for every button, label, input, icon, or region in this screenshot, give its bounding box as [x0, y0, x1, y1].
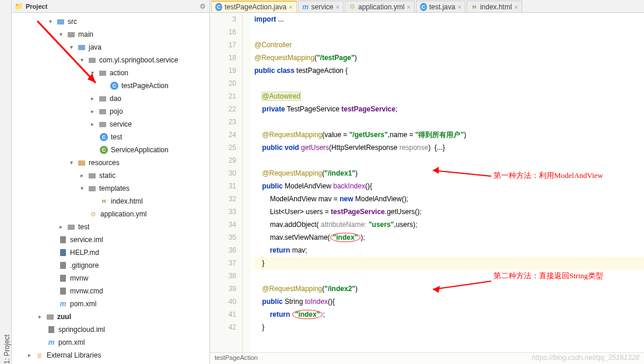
editor-tabs: CtestPageAction.java× mservice× ⚙applica… [210, 0, 644, 13]
tree-static[interactable]: ▸static [13, 169, 208, 182]
tree-templates[interactable]: ▾templates [13, 182, 208, 195]
html-icon: H [471, 4, 478, 10]
html-icon: H [99, 197, 108, 206]
tree-package[interactable]: ▾com.yl.springboot.service [13, 54, 208, 66]
svg-rect-0 [57, 19, 64, 24]
folder-icon [77, 158, 86, 167]
maven-icon: m [47, 338, 56, 347]
svg-rect-7 [99, 122, 106, 127]
svg-rect-6 [99, 109, 106, 114]
svg-rect-1 [68, 32, 75, 37]
tab-testpageaction[interactable]: CtestPageAction.java× [211, 1, 297, 12]
panel-header: 📁 Project ⚙ [12, 0, 209, 13]
folder-icon [98, 120, 107, 129]
svg-rect-10 [89, 186, 96, 191]
tree-scratches[interactable]: ▸Scratches and Consoles [13, 362, 208, 364]
class-icon: C [110, 81, 119, 90]
tree-action[interactable]: ▾action [13, 66, 208, 79]
editor-area: CtestPageAction.java× mservice× ⚙applica… [210, 0, 644, 364]
close-icon[interactable]: × [336, 4, 340, 10]
folder-icon [66, 222, 76, 232]
folder-icon [88, 171, 97, 180]
tree-indexhtml[interactable]: Hindex.html [13, 195, 208, 208]
folder-icon [66, 30, 76, 39]
svg-rect-3 [89, 58, 96, 63]
svg-rect-12 [60, 236, 66, 243]
tree-mvnwcmd[interactable]: mvnw.cmd [13, 285, 208, 298]
tree-extlib[interactable]: ▸⫼External Libraries [13, 349, 208, 362]
project-panel: 📁 Project ⚙ ▾src ▾main ▾java ▾com.yl.spr… [12, 0, 210, 364]
svg-rect-11 [68, 225, 75, 230]
panel-title: Project [26, 3, 47, 10]
tree-service[interactable]: ▸service [13, 118, 208, 131]
svg-rect-8 [78, 160, 85, 166]
tree-pom2[interactable]: mpom.xml [13, 336, 208, 349]
annotation-note-2: 第二种方法：直接返回String类型 [494, 270, 603, 282]
close-icon[interactable]: × [457, 4, 461, 10]
svg-rect-2 [78, 45, 85, 50]
tree-java[interactable]: ▾java [13, 41, 208, 54]
tab-appyml[interactable]: ⚙application.yml× [345, 1, 415, 12]
tree-appyml[interactable]: ⚙application.yml [13, 208, 208, 220]
tree-serviceapp[interactable]: CServiceApplication [13, 144, 208, 156]
tree-gitignore[interactable]: .gitignore [13, 259, 208, 272]
class-icon: C [99, 145, 108, 155]
file-icon [58, 286, 68, 296]
tab-service[interactable]: mservice× [298, 1, 344, 12]
tree-test-class[interactable]: Ctest [13, 131, 208, 144]
yml-icon: ⚙ [89, 209, 98, 219]
gear-icon[interactable]: ⚙ [200, 2, 206, 10]
tab-project[interactable]: 1: Project [3, 5, 11, 364]
tree-resources[interactable]: ▾resources [13, 156, 208, 169]
tree-serviceiml[interactable]: service.iml [13, 233, 208, 246]
tree-pojo[interactable]: ▸pojo [13, 105, 208, 118]
tree-springiml[interactable]: springcloud.iml [13, 323, 208, 336]
svg-rect-9 [89, 173, 96, 178]
tab-indexhtml[interactable]: Hindex.html× [467, 1, 522, 12]
svg-rect-5 [99, 96, 106, 102]
md-icon [58, 248, 68, 257]
svg-rect-15 [60, 275, 66, 282]
folder-icon [46, 312, 55, 321]
breadcrumb[interactable]: testPageAction [210, 352, 644, 364]
svg-rect-14 [60, 262, 66, 269]
tree-main[interactable]: ▾main [13, 28, 208, 41]
tree-pom[interactable]: mpom.xml [13, 298, 208, 310]
tree-zuul[interactable]: ▸zuul [13, 310, 208, 323]
file-icon [47, 325, 56, 334]
svg-rect-16 [60, 288, 66, 295]
file-icon [58, 235, 68, 244]
class-icon: C [99, 132, 108, 142]
svg-rect-17 [47, 314, 54, 320]
side-toolbar: 1: Project 7: Structure Web 2: Favorites [0, 0, 12, 364]
code-area[interactable]: import ... @Controller @RequestMapping("… [243, 13, 644, 352]
svg-rect-4 [99, 71, 106, 76]
class-icon: C [215, 4, 222, 10]
tree-src[interactable]: ▾src [13, 15, 208, 28]
tab-testjava[interactable]: Ctest.java× [416, 1, 466, 12]
tree-mvnw[interactable]: mvnw [13, 272, 208, 285]
maven-icon: m [58, 299, 68, 309]
folder-icon [98, 68, 107, 78]
svg-rect-13 [60, 249, 66, 256]
file-icon [58, 261, 68, 270]
maven-icon: m [302, 4, 309, 10]
tree-test-folder[interactable]: ▸test [13, 220, 208, 233]
tree-helpmd[interactable]: HELP.md [13, 246, 208, 259]
close-icon[interactable]: × [407, 4, 410, 10]
folder-icon [88, 184, 97, 193]
annotation-note-1: 第一种方法：利用ModelAndView [494, 169, 603, 182]
code-editor[interactable]: 3161718192021222324252930313233343536373… [210, 13, 644, 352]
folder-icon [98, 94, 107, 103]
package-icon [88, 55, 97, 65]
svg-rect-18 [48, 326, 54, 333]
project-view-icon[interactable]: 📁 [15, 3, 22, 10]
folder-icon [98, 107, 107, 116]
class-icon: C [420, 4, 427, 10]
tree-dao[interactable]: ▸dao [13, 92, 208, 105]
close-icon[interactable]: × [289, 4, 292, 10]
close-icon[interactable]: × [514, 4, 518, 10]
fold-strip [243, 13, 251, 352]
library-icon: ⫼ [35, 351, 44, 360]
tree-testpageaction[interactable]: CtestPageAction [13, 79, 208, 92]
